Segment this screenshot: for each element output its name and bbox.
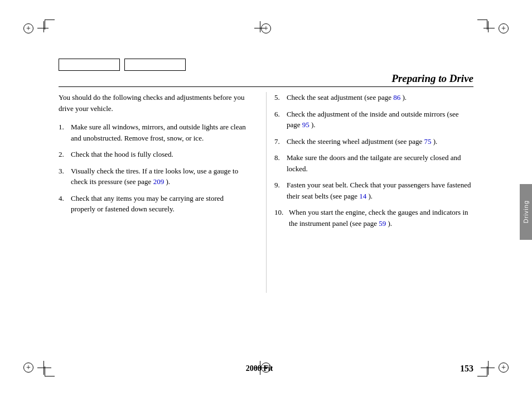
link-59[interactable]: 59 <box>379 219 386 228</box>
footer-center: 2008 Fit <box>246 364 273 373</box>
item-10-num: 10. <box>274 207 287 229</box>
list-item-1: 1. Make sure all windows, mirrors, and o… <box>59 122 246 143</box>
item-7-text: Check the steering wheel adjustment (see… <box>287 136 473 147</box>
intro-text: You should do the following checks and a… <box>59 92 246 114</box>
corner-bracket-tr <box>477 20 487 30</box>
corner-bracket-tl <box>45 20 55 30</box>
item-6-text: Check the adjustment of the inside and o… <box>287 109 473 131</box>
item-10-text: When you start the engine, check the gau… <box>289 207 473 229</box>
list-item-9: 9. Fasten your seat belt. Check that you… <box>274 180 473 201</box>
link-209[interactable]: 209 <box>153 177 165 186</box>
list-item-7: 7. Check the steering wheel adjustment (… <box>274 136 473 147</box>
list-item-3: 3. Visually check the tires. If a tire l… <box>59 166 246 187</box>
page: Preparing to Drive Driving You should do… <box>0 0 532 396</box>
list-item-8: 8. Make sure the doors and the tailgate … <box>274 152 473 174</box>
reg-mark-bl <box>23 363 33 373</box>
main-content: You should do the following checks and a… <box>59 92 473 351</box>
line-mark-br-v <box>488 361 489 375</box>
item-4-num: 4. <box>59 193 69 215</box>
line-mark-tc-v <box>260 21 260 32</box>
content-divider <box>266 92 267 293</box>
item-9-text: Fasten your seat belt. Check that your p… <box>287 180 473 201</box>
item-1-num: 1. <box>59 122 69 143</box>
tab-left[interactable] <box>59 59 120 71</box>
item-1-text: Make sure all windows, mirrors, and outs… <box>71 122 246 143</box>
link-14[interactable]: 14 <box>359 192 366 200</box>
footer-page-number: 153 <box>460 364 473 374</box>
link-86[interactable]: 86 <box>393 93 400 102</box>
list-item-4: 4. Check that any items you may be carry… <box>59 193 246 215</box>
reg-mark-tr <box>499 23 509 33</box>
reg-mark-tc <box>261 23 271 33</box>
line-mark-tr-v <box>488 21 489 32</box>
item-5-text: Check the seat adjustment (see page 86 )… <box>287 92 473 103</box>
footer: 2008 Fit 153 <box>59 364 473 374</box>
item-6-num: 6. <box>274 109 284 131</box>
left-column: You should do the following checks and a… <box>59 92 258 220</box>
sidebar-label: Driving <box>523 200 529 223</box>
list-item-2: 2. Check that the hood is fully closed. <box>59 149 246 160</box>
right-column: 5. Check the seat adjustment (see page 8… <box>274 92 473 234</box>
reg-mark-tl <box>23 23 33 33</box>
item-4-text: Check that any items you may be carrying… <box>71 193 246 215</box>
link-75[interactable]: 75 <box>424 137 431 146</box>
list-item-5: 5. Check the seat adjustment (see page 8… <box>274 92 473 103</box>
item-3-text: Visually check the tires. If a tire look… <box>71 166 246 187</box>
link-95[interactable]: 95 <box>302 120 309 129</box>
list-item-6: 6. Check the adjustment of the inside an… <box>274 109 473 131</box>
item-8-text: Make sure the doors and the tailgate are… <box>287 152 473 174</box>
item-2-num: 2. <box>59 149 69 160</box>
line-mark-bl-v <box>43 361 44 375</box>
reg-mark-br <box>499 363 509 373</box>
sidebar-tab: Driving <box>520 184 532 240</box>
item-5-num: 5. <box>274 92 284 103</box>
page-title: Preparing to Drive <box>391 73 473 85</box>
top-tabs <box>59 59 186 71</box>
item-3-num: 3. <box>59 166 69 187</box>
line-mark-tl-v <box>43 21 44 32</box>
item-8-num: 8. <box>274 152 284 174</box>
item-9-num: 9. <box>274 180 284 201</box>
tab-right[interactable] <box>124 59 186 71</box>
item-2-text: Check that the hood is fully closed. <box>71 149 246 160</box>
list-item-10: 10. When you start the engine, check the… <box>274 207 473 229</box>
header-line <box>59 86 473 87</box>
line-mark-bl-h <box>37 368 51 368</box>
item-7-num: 7. <box>274 136 284 147</box>
